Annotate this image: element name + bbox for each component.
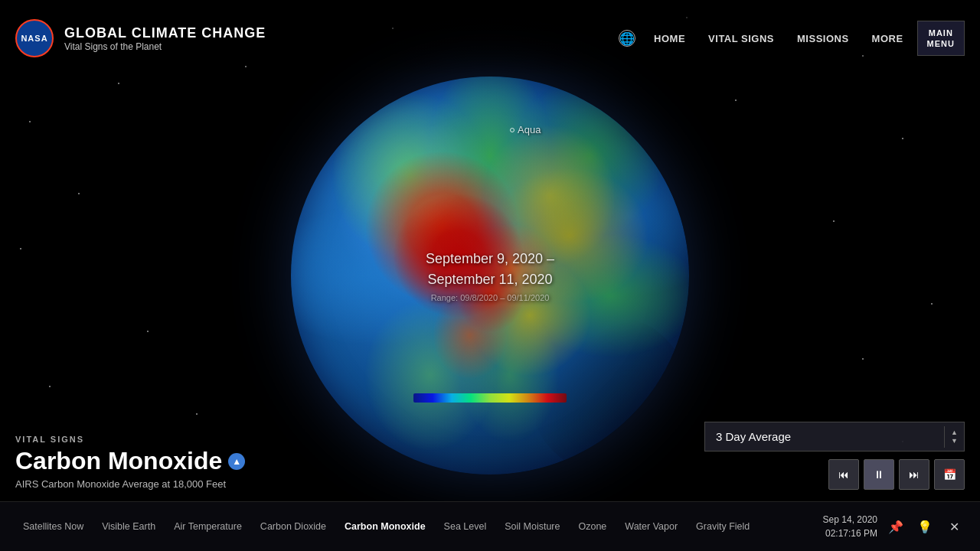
bottom-nav-item-visible-earth[interactable]: Visible Earth: [94, 517, 163, 536]
display-time: 02:17:16 PM: [823, 527, 877, 540]
nav-missions[interactable]: MISSIONS: [788, 28, 858, 49]
site-title-main: GLOBAL CLIMATE CHANGE: [64, 25, 266, 41]
playback-controls: ⏮ ⏸ ⏭ 📅: [828, 459, 965, 490]
nav-more[interactable]: MORE: [863, 28, 913, 49]
right-controls: 3 Day Average ▲ ▼ ⏮ ⏸ ⏭ 📅: [704, 422, 965, 490]
color-scale-bar: [413, 393, 567, 403]
info-icon[interactable]: ▲: [228, 453, 245, 470]
datetime-display: Sep 14, 2020 02:17:16 PM: [823, 513, 877, 540]
title-text: Carbon Monoxide: [15, 447, 222, 475]
satellite-label: Aqua: [510, 124, 541, 135]
pin-icon: 📌: [888, 520, 903, 534]
pause-icon: ⏸: [874, 468, 884, 481]
next-button[interactable]: ⏭: [899, 459, 929, 490]
bottom-nav-item-carbon-monoxide[interactable]: Carbon Monoxide: [337, 517, 433, 536]
bottom-nav-item-sea-level[interactable]: Sea Level: [436, 517, 495, 536]
aqua-dot-icon: [510, 128, 514, 132]
light-button[interactable]: 💡: [914, 516, 936, 537]
prev-icon: ⏮: [838, 468, 849, 481]
averaging-dropdown[interactable]: 3 Day Average ▲ ▼: [704, 422, 965, 452]
arrow-down-icon[interactable]: ▼: [951, 438, 958, 445]
expand-button[interactable]: ✕: [943, 516, 965, 537]
vital-signs-label: VITAL SIGNS: [15, 435, 245, 444]
dropdown-label: 3 Day Average: [705, 422, 944, 451]
bottom-nav-item-water-vapor[interactable]: Water Vapor: [617, 517, 685, 536]
date-overlay: September 9, 2020 – September 11, 2020 R…: [426, 249, 554, 302]
satellite-name: Aqua: [518, 124, 541, 135]
date-range: Range: 09/8/2020 – 09/11/2020: [426, 293, 554, 302]
bottom-nav-item-soil-moisture[interactable]: Soil Moisture: [497, 517, 567, 536]
globe-visualization[interactable]: Aqua September 9, 2020 – September 11, 2…: [291, 77, 689, 474]
nav-home[interactable]: HOME: [645, 28, 694, 49]
main-menu-button[interactable]: MAIN MENU: [917, 21, 965, 57]
date-end: September 11, 2020: [426, 269, 554, 290]
calendar-icon: 📅: [943, 468, 956, 481]
bottom-nav-item-air-temperature[interactable]: Air Temperature: [166, 517, 250, 536]
dropdown-arrows[interactable]: ▲ ▼: [944, 426, 964, 448]
site-title-sub: Vital Signs of the Planet: [64, 41, 266, 52]
page-subtitle: AIRS Carbon Monoxide Average at 18,000 F…: [15, 478, 245, 490]
bottom-nav-items: Satellites NowVisible EarthAir Temperatu…: [15, 517, 823, 536]
nasa-logo: NASA: [15, 19, 54, 57]
bottom-nav-item-carbon-dioxide[interactable]: Carbon Dioxide: [253, 517, 334, 536]
display-date: Sep 14, 2020: [823, 513, 877, 527]
arrow-up-icon[interactable]: ▲: [951, 429, 958, 436]
bottom-right-controls: Sep 14, 2020 02:17:16 PM 📌 💡 ✕: [823, 513, 965, 540]
bottom-nav-item-ozone[interactable]: Ozone: [570, 517, 614, 536]
globe-icon: 🌐: [619, 30, 635, 47]
globe-highlight: [331, 96, 470, 236]
nav-vital-signs[interactable]: VITAL SIGNS: [699, 28, 783, 49]
site-header: NASA GLOBAL CLIMATE CHANGE Vital Signs o…: [0, 0, 980, 77]
date-start: September 9, 2020 –: [426, 249, 554, 269]
nasa-logo-text: NASA: [21, 34, 47, 43]
pause-button[interactable]: ⏸: [864, 459, 894, 490]
light-icon: 💡: [917, 520, 933, 534]
bottom-nav-item-gravity-field[interactable]: Gravity Field: [688, 517, 757, 536]
bottom-nav-item-satellites-now[interactable]: Satellites Now: [15, 517, 91, 536]
site-title: GLOBAL CLIMATE CHANGE Vital Signs of the…: [64, 25, 266, 52]
left-panel: VITAL SIGNS Carbon Monoxide ▲ AIRS Carbo…: [15, 435, 245, 490]
main-nav: 🌐 HOME VITAL SIGNS MISSIONS MORE MAIN ME…: [619, 21, 965, 57]
expand-icon: ✕: [949, 520, 959, 534]
next-icon: ⏭: [909, 468, 920, 481]
prev-button[interactable]: ⏮: [828, 459, 859, 490]
pin-button[interactable]: 📌: [885, 516, 906, 537]
page-title: Carbon Monoxide ▲: [15, 447, 245, 475]
calendar-button[interactable]: 📅: [934, 459, 965, 490]
bottom-navigation: Satellites NowVisible EarthAir Temperatu…: [0, 501, 980, 551]
